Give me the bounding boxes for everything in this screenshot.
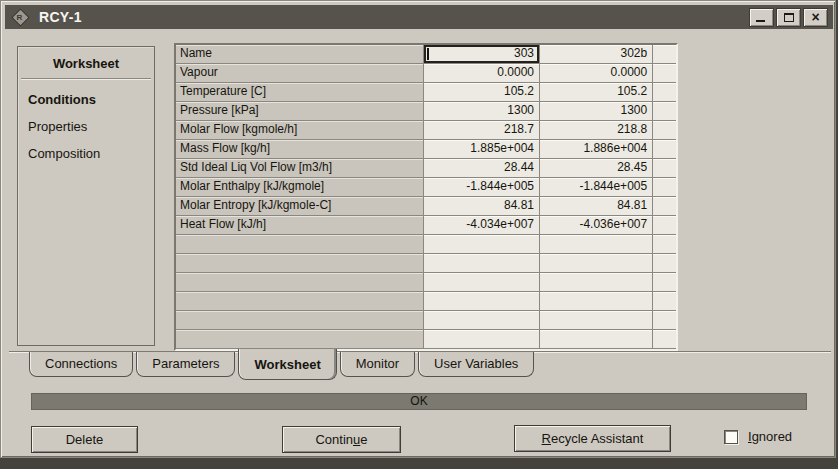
cell-stream2-molar-entropy[interactable]: 84.81 bbox=[540, 197, 653, 216]
table-row-empty bbox=[176, 273, 676, 292]
spare-cell[interactable] bbox=[653, 159, 676, 178]
row-label bbox=[176, 254, 424, 273]
spare-cell[interactable] bbox=[653, 140, 676, 159]
empty-value-cell[interactable] bbox=[540, 235, 653, 254]
cell-stream2-molar-enthalpy[interactable]: -1.844e+005 bbox=[540, 178, 653, 197]
cell-stream2-molar-flow[interactable]: 218.8 bbox=[540, 121, 653, 140]
row-label: Heat Flow [kJ/h] bbox=[176, 216, 424, 235]
spare-cell[interactable] bbox=[653, 273, 676, 292]
empty-value-cell[interactable] bbox=[424, 254, 540, 273]
table-row: Molar Enthalpy [kJ/kgmole] -1.844e+005 -… bbox=[176, 178, 676, 197]
table-row: Std Ideal Liq Vol Flow [m3/h] 28.44 28.4… bbox=[176, 159, 676, 178]
row-label: Molar Flow [kgmole/h] bbox=[176, 121, 424, 140]
table-row: Mass Flow [kg/h] 1.885e+004 1.886e+004 bbox=[176, 140, 676, 159]
ignored-label: Ignored bbox=[748, 429, 792, 444]
table-row-empty bbox=[176, 235, 676, 254]
minimize-button[interactable] bbox=[749, 8, 774, 27]
window-title: RCY-1 bbox=[39, 9, 82, 25]
empty-value-cell[interactable] bbox=[424, 330, 540, 349]
cell-stream1-molar-enthalpy[interactable]: -1.844e+005 bbox=[424, 178, 540, 197]
sidebar-item-conditions[interactable]: Conditions bbox=[18, 87, 154, 114]
delete-button[interactable]: Delete bbox=[31, 426, 138, 453]
empty-value-cell[interactable] bbox=[540, 311, 653, 330]
spare-cell[interactable] bbox=[653, 197, 676, 216]
cell-stream2-mass-flow[interactable]: 1.886e+004 bbox=[540, 140, 653, 159]
recycle-operation-icon: R bbox=[11, 8, 29, 26]
recycle-assistant-button[interactable]: Recycle Assistant bbox=[514, 425, 671, 452]
spare-cell[interactable] bbox=[653, 216, 676, 235]
spare-cell[interactable] bbox=[653, 102, 676, 121]
tab-strip: Connections Parameters Worksheet Monitor… bbox=[29, 352, 534, 380]
spare-cell[interactable] bbox=[653, 235, 676, 254]
cell-stream1-liq-vol-flow[interactable]: 28.44 bbox=[424, 159, 540, 178]
minimize-icon bbox=[756, 20, 765, 22]
cell-stream1-molar-entropy[interactable]: 84.81 bbox=[424, 197, 540, 216]
cell-stream2-heat-flow[interactable]: -4.036e+007 bbox=[540, 216, 653, 235]
spare-cell[interactable] bbox=[653, 45, 676, 64]
maximize-button[interactable] bbox=[776, 8, 801, 27]
close-icon: × bbox=[811, 10, 819, 25]
window-body: R RCY-1 × Worksheet Conditions Prop bbox=[0, 0, 836, 458]
empty-value-cell[interactable] bbox=[424, 273, 540, 292]
empty-value-cell[interactable] bbox=[540, 254, 653, 273]
table-row: Molar Flow [kgmole/h] 218.7 218.8 bbox=[176, 121, 676, 140]
row-label bbox=[176, 330, 424, 349]
cell-stream1-name[interactable]: 303 bbox=[424, 45, 540, 64]
tab-parameters[interactable]: Parameters bbox=[136, 352, 235, 377]
cell-stream1-vapour[interactable]: 0.0000 bbox=[424, 64, 540, 83]
tab-monitor[interactable]: Monitor bbox=[340, 352, 415, 377]
empty-value-cell[interactable] bbox=[424, 311, 540, 330]
cell-stream2-liq-vol-flow[interactable]: 28.45 bbox=[540, 159, 653, 178]
table-row: Name 303 302b bbox=[176, 45, 676, 64]
table-row: Heat Flow [kJ/h] -4.034e+007 -4.036e+007 bbox=[176, 216, 676, 235]
row-label: Molar Entropy [kJ/kgmole-C] bbox=[176, 197, 424, 216]
page-list-panel: Worksheet Conditions Properties Composit… bbox=[17, 46, 155, 346]
table-row: Vapour 0.0000 0.0000 bbox=[176, 64, 676, 83]
empty-value-cell[interactable] bbox=[540, 330, 653, 349]
row-label bbox=[176, 292, 424, 311]
close-button[interactable]: × bbox=[803, 8, 828, 27]
window-controls: × bbox=[749, 8, 828, 27]
tab-connections[interactable]: Connections bbox=[29, 352, 133, 377]
spare-cell[interactable] bbox=[653, 330, 676, 349]
row-label: Vapour bbox=[176, 64, 424, 83]
table-row-empty bbox=[176, 254, 676, 273]
page-list-header: Worksheet bbox=[18, 47, 154, 71]
tab-worksheet[interactable]: Worksheet bbox=[238, 349, 336, 380]
spare-cell[interactable] bbox=[653, 311, 676, 330]
row-label: Std Ideal Liq Vol Flow [m3/h] bbox=[176, 159, 424, 178]
table-row: Pressure [kPa] 1300 1300 bbox=[176, 102, 676, 121]
cell-stream2-temperature[interactable]: 105.2 bbox=[540, 83, 653, 102]
spare-cell[interactable] bbox=[653, 64, 676, 83]
cell-stream2-pressure[interactable]: 1300 bbox=[540, 102, 653, 121]
spare-cell[interactable] bbox=[653, 121, 676, 140]
cell-stream1-heat-flow[interactable]: -4.034e+007 bbox=[424, 216, 540, 235]
table-row: Molar Entropy [kJ/kgmole-C] 84.81 84.81 bbox=[176, 197, 676, 216]
row-label bbox=[176, 273, 424, 292]
spare-cell[interactable] bbox=[653, 292, 676, 311]
spare-cell[interactable] bbox=[653, 178, 676, 197]
cell-stream2-vapour[interactable]: 0.0000 bbox=[540, 64, 653, 83]
cell-stream1-pressure[interactable]: 1300 bbox=[424, 102, 540, 121]
table-row-empty bbox=[176, 330, 676, 349]
row-label: Mass Flow [kg/h] bbox=[176, 140, 424, 159]
empty-value-cell[interactable] bbox=[540, 292, 653, 311]
text-caret bbox=[427, 48, 429, 60]
empty-value-cell[interactable] bbox=[540, 273, 653, 292]
cell-stream1-molar-flow[interactable]: 218.7 bbox=[424, 121, 540, 140]
empty-value-cell[interactable] bbox=[424, 292, 540, 311]
table-row-empty bbox=[176, 292, 676, 311]
tab-user-variables[interactable]: User Variables bbox=[418, 352, 534, 377]
cell-stream1-temperature[interactable]: 105.2 bbox=[424, 83, 540, 102]
spare-cell[interactable] bbox=[653, 254, 676, 273]
ignored-checkbox[interactable] bbox=[724, 430, 738, 444]
sidebar-item-composition[interactable]: Composition bbox=[18, 141, 154, 168]
continue-button[interactable]: Continue bbox=[282, 426, 401, 453]
spare-cell[interactable] bbox=[653, 83, 676, 102]
empty-value-cell[interactable] bbox=[424, 235, 540, 254]
cell-stream1-mass-flow[interactable]: 1.885e+004 bbox=[424, 140, 540, 159]
cell-stream2-name[interactable]: 302b bbox=[540, 45, 653, 64]
row-label bbox=[176, 235, 424, 254]
table-row-empty bbox=[176, 311, 676, 330]
sidebar-item-properties[interactable]: Properties bbox=[18, 114, 154, 141]
